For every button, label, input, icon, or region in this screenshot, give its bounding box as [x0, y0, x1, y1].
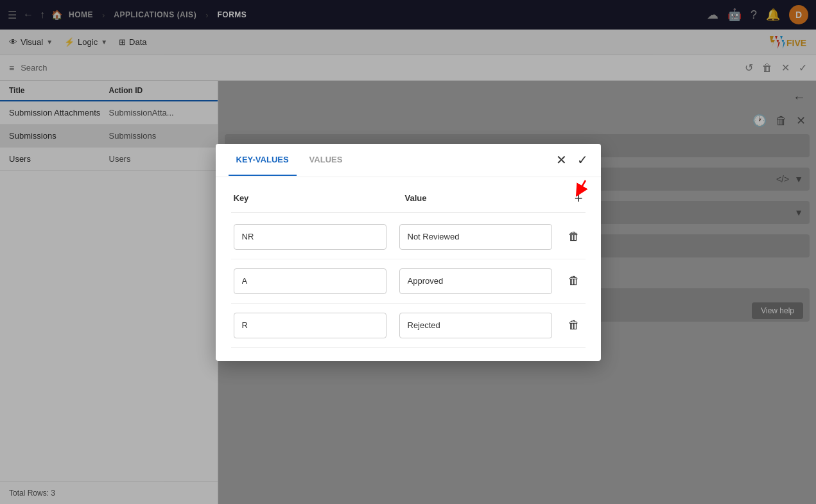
red-arrow-indicator: [566, 177, 592, 203]
kv-value-input-3[interactable]: [399, 313, 552, 338]
modal-confirm-button[interactable]: ✓: [577, 152, 588, 168]
kv-value-input-1[interactable]: [399, 224, 552, 250]
kv-row-1: 🗑: [231, 215, 586, 259]
kv-delete-button-3[interactable]: 🗑: [565, 318, 583, 332]
kv-column-headers: Key Value +: [231, 190, 586, 213]
modal-close-button[interactable]: ✕: [556, 152, 567, 168]
kv-row-3: 🗑: [231, 304, 586, 348]
key-values-modal: KEY-VALUES VALUES ✕ ✓ Key Value: [216, 144, 601, 361]
modal-body: Key Value +: [216, 177, 601, 361]
kv-row-2: 🗑: [231, 259, 586, 304]
kv-key-header: Key: [234, 193, 392, 203]
kv-delete-button-1[interactable]: 🗑: [565, 230, 583, 243]
add-kv-button[interactable]: +: [564, 190, 583, 207]
kv-delete-button-2[interactable]: 🗑: [565, 274, 583, 288]
kv-key-input-3[interactable]: [234, 313, 386, 338]
modal-header: KEY-VALUES VALUES ✕ ✓: [216, 144, 601, 177]
modal-overlay: KEY-VALUES VALUES ✕ ✓ Key Value: [0, 0, 816, 504]
tab-key-values[interactable]: KEY-VALUES: [229, 144, 297, 176]
modal-header-actions: ✕ ✓: [556, 152, 588, 168]
kv-key-input-1[interactable]: [234, 224, 386, 250]
kv-value-header: Value: [405, 193, 564, 203]
kv-key-input-2[interactable]: [234, 268, 386, 294]
tab-values[interactable]: VALUES: [302, 144, 351, 176]
kv-value-input-2[interactable]: [399, 268, 552, 294]
svg-line-4: [579, 180, 586, 191]
